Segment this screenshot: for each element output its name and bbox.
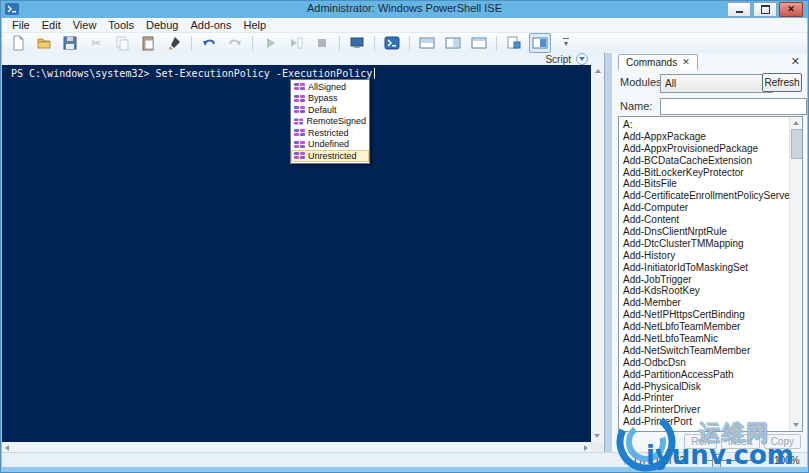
toolbar-separator	[252, 36, 253, 51]
commands-list[interactable]: A: Add-AppxPackageAdd-AppxProvisionedPac…	[618, 116, 803, 432]
show-script-pane-top-button[interactable]	[416, 33, 438, 53]
command-list-item[interactable]: Add-DnsClientNrptRule	[619, 226, 789, 238]
run-script-button[interactable]	[259, 33, 281, 53]
run-selection-button[interactable]	[285, 33, 307, 53]
open-script-button[interactable]	[33, 33, 55, 53]
maximize-button[interactable]	[753, 2, 777, 17]
menu-item[interactable]: Help	[237, 18, 272, 32]
toolbar-separator	[191, 36, 192, 51]
new-remote-powershell-tab-button[interactable]	[346, 33, 368, 53]
redo-button[interactable]	[224, 33, 246, 53]
clear-console-pane-button[interactable]	[163, 33, 185, 53]
minimize-button[interactable]	[727, 2, 751, 17]
commands-tab-label: Commands	[626, 57, 677, 68]
toolbar-separator	[339, 36, 340, 51]
command-list-item[interactable]: Add-InitiatorIdToMaskingSet	[619, 262, 789, 274]
menu-item[interactable]: Tools	[102, 18, 140, 32]
command-list-item[interactable]: Add-NetIPHttpsCertBinding	[619, 309, 789, 321]
name-row: Name:	[612, 98, 807, 116]
intellisense-item[interactable]: Restricted	[291, 127, 369, 139]
enum-value-icon	[294, 105, 305, 114]
command-list-item[interactable]: Add-History	[619, 250, 789, 262]
window-title: Administrator: Windows PowerShell ISE	[0, 2, 809, 14]
console-output[interactable]: PS C:\windows\system32> Set-ExecutionPol…	[2, 65, 591, 442]
command-list-item[interactable]: Add-Printer	[619, 392, 789, 404]
show-script-pane-right-icon	[445, 35, 461, 51]
save-script-button[interactable]	[59, 33, 81, 53]
commands-footer-button[interactable]: Run	[684, 434, 716, 449]
paste-button[interactable]	[137, 33, 159, 53]
intellisense-item[interactable]: Default	[291, 104, 369, 116]
menu-item[interactable]: Add-ons	[184, 18, 237, 32]
command-list-item[interactable]: Add-OdbcDsn	[619, 357, 789, 369]
command-list-item[interactable]: Add-KdsRootKey	[619, 285, 789, 297]
command-list-item[interactable]: Add-NetLbfoTeamNic	[619, 333, 789, 345]
command-list-item[interactable]: Add-PartitionAccessPath	[619, 369, 789, 381]
console-horizontal-scrollbar[interactable]	[2, 442, 591, 452]
intellisense-item[interactable]: AllSigned	[291, 81, 369, 93]
commands-footer-button[interactable]: Copy	[764, 434, 801, 449]
command-list-item[interactable]: Add-JobTrigger	[619, 274, 789, 286]
command-list-item[interactable]: Add-BitsFile	[619, 178, 789, 190]
name-filter-input[interactable]	[660, 98, 807, 115]
show-script-pane-maximized-button[interactable]	[468, 33, 490, 53]
title-bar: Administrator: Windows PowerShell ISE ✕	[0, 0, 809, 18]
zoom-slider[interactable]	[706, 460, 766, 461]
intellisense-item-label: Default	[308, 105, 337, 115]
copy-button[interactable]	[111, 33, 133, 53]
command-list-item[interactable]: Add-BCDataCacheExtension	[619, 155, 789, 167]
command-list-item[interactable]: Add-PhysicalDisk	[619, 381, 789, 393]
show-command-window-button[interactable]	[503, 33, 525, 53]
intellisense-item-label: Undefined	[308, 139, 349, 149]
text-caret	[374, 68, 375, 79]
command-list-item[interactable]: Add-NetSwitchTeamMember	[619, 345, 789, 357]
intellisense-item[interactable]: RemoteSigned	[291, 116, 369, 128]
command-list-item[interactable]: Add-DtcClusterTMMapping	[619, 238, 789, 250]
scroll-down-icon	[793, 423, 799, 427]
cursor-position: Ln 1 Col 62	[634, 455, 685, 466]
command-list-item[interactable]: Add-Member	[619, 297, 789, 309]
command-list-item[interactable]: Add-PrinterPort	[619, 416, 789, 428]
scrollbar-thumb[interactable]	[791, 129, 803, 159]
menu-item[interactable]: View	[67, 18, 103, 32]
commands-footer-button[interactable]: Insert	[721, 434, 760, 449]
start-powershell-exe-button[interactable]	[381, 33, 403, 53]
toolbar-overflow-button[interactable]: ▾	[555, 33, 577, 53]
clear-console-pane-icon	[166, 35, 182, 51]
scroll-right-icon	[584, 445, 588, 451]
stop-operation-button[interactable]	[311, 33, 333, 53]
command-list-item[interactable]: Add-BitLockerKeyProtector	[619, 167, 789, 179]
menu-item[interactable]: Debug	[140, 18, 184, 32]
pane-close-icon[interactable]: ✕	[791, 56, 800, 67]
command-list-item[interactable]: Add-AppxProvisionedPackage	[619, 143, 789, 155]
command-list-item[interactable]: Add-Content	[619, 214, 789, 226]
tab-close-icon[interactable]: ✕	[682, 58, 690, 67]
new-script-icon	[10, 35, 26, 51]
menu-item[interactable]: File	[6, 18, 36, 32]
new-script-button[interactable]	[7, 33, 29, 53]
show-command-addon-button[interactable]	[529, 33, 551, 53]
command-list-item[interactable]: Add-Computer	[619, 202, 789, 214]
commands-list-scrollbar[interactable]	[789, 117, 802, 431]
command-list-item[interactable]: Add-CertificateEnrollmentPolicyServer	[619, 190, 789, 202]
command-list-item[interactable]: Add-AppxPackage	[619, 131, 789, 143]
console-pane: PS C:\windows\system32> Set-ExecutionPol…	[2, 65, 604, 452]
close-button[interactable]: ✕	[779, 2, 803, 17]
intellisense-item[interactable]: Bypass	[291, 93, 369, 105]
command-list-item[interactable]: Add-NetLbfoTeamMember	[619, 321, 789, 333]
enum-value-icon	[294, 117, 303, 126]
intellisense-item[interactable]: Undefined	[291, 139, 369, 151]
show-script-pane-right-button[interactable]	[442, 33, 464, 53]
command-list-item[interactable]: Add-PrinterDriver	[619, 404, 789, 416]
menu-item[interactable]: Edit	[36, 18, 67, 32]
script-pane-toggle[interactable]: Script	[545, 53, 588, 65]
intellisense-item[interactable]: Unrestricted	[291, 150, 369, 162]
intellisense-item-label: Restricted	[308, 128, 349, 138]
refresh-button[interactable]: Refresh	[762, 73, 802, 92]
undo-button[interactable]	[198, 33, 220, 53]
cut-button[interactable]: ✂	[85, 33, 107, 53]
console-vertical-scrollbar[interactable]	[591, 65, 604, 442]
modules-dropdown[interactable]: All	[660, 74, 773, 93]
scrollbar-corner	[591, 442, 604, 452]
tab-commands[interactable]: Commands ✕	[618, 54, 698, 70]
